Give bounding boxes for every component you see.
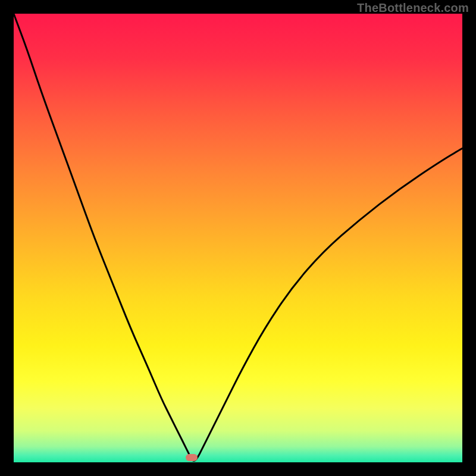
plot-area [14, 14, 462, 462]
optimal-marker [186, 454, 198, 461]
outer-frame: TheBottleneck.com [0, 0, 476, 476]
bottleneck-curve [14, 14, 462, 462]
watermark-label: TheBottleneck.com [357, 1, 469, 15]
